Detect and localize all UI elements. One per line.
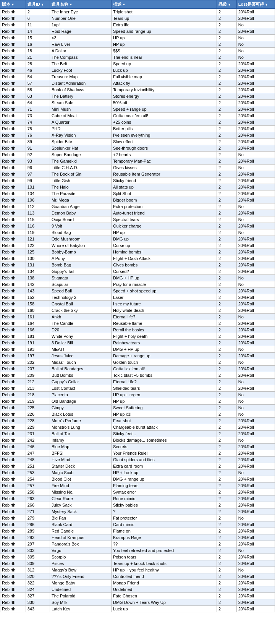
cell-75-3: Rune mimic bbox=[111, 496, 217, 502]
cell-86-3: HP up + you feel healthy bbox=[111, 567, 217, 573]
table-row: Rebirth286Blank CardCard mimic220%Roll bbox=[0, 521, 275, 528]
cell-80-5: 20%Roll bbox=[236, 528, 275, 534]
cell-42-5: No bbox=[236, 281, 275, 288]
cell-58-1: 213 bbox=[26, 385, 50, 392]
cell-2-4: 2 bbox=[217, 22, 236, 28]
table-row: Rebirth247BFFS!Your Friends Rule!220%Rol… bbox=[0, 450, 275, 457]
cell-47-5: No bbox=[236, 314, 275, 320]
column-header-3[interactable]: 描述▼ bbox=[111, 0, 217, 9]
table-row: Rebirth263Clear RuneRune mimic220%Roll bbox=[0, 496, 275, 502]
table-row: Rebirth258Missing No.Syntax error220%Rol… bbox=[0, 489, 275, 496]
table-row: Rebirth57Distant AdmirationAttack fly220… bbox=[0, 80, 275, 87]
cell-63-0: Rebirth bbox=[0, 418, 26, 424]
cell-58-5: 20%Roll bbox=[236, 385, 275, 392]
cell-3-5: 20%Roll bbox=[236, 28, 275, 35]
cell-66-5: No bbox=[236, 437, 275, 444]
table-row: Rebirth143Speed BallSpeed + shot speed u… bbox=[0, 288, 275, 294]
cell-35-3: DMG up bbox=[111, 236, 217, 242]
table-row: Rebirth271Mystery Sack?220%Roll bbox=[0, 508, 275, 515]
cell-30-4: 2 bbox=[217, 203, 236, 210]
column-header-2[interactable]: 道具名称▼ bbox=[50, 0, 111, 9]
cell-10-0: Rebirth bbox=[0, 74, 26, 80]
cell-83-1: 303 bbox=[26, 547, 50, 554]
cell-55-1: 207 bbox=[26, 366, 50, 372]
cell-86-1: 312 bbox=[26, 567, 50, 573]
cell-3-3: Speed and range up bbox=[111, 28, 217, 35]
cell-90-4: 2 bbox=[217, 593, 236, 599]
cell-14-3: 50% off bbox=[111, 100, 217, 106]
cell-29-3: Bigger boom bbox=[111, 197, 217, 203]
cell-87-1: 320 bbox=[26, 573, 50, 580]
cell-86-4: 2 bbox=[217, 567, 236, 573]
table-row: Rebirth125Bobby-BombHoming bombs!220%Rol… bbox=[0, 249, 275, 255]
cell-60-0: Rebirth bbox=[0, 398, 26, 405]
cell-73-2: Fire Mind bbox=[50, 483, 111, 489]
cell-67-4: 2 bbox=[217, 444, 236, 450]
column-header-0[interactable]: 版本▼ bbox=[0, 0, 26, 9]
cell-73-1: 257 bbox=[26, 483, 50, 489]
column-header-5[interactable]: Lost是否可得▼ bbox=[236, 0, 275, 9]
table-row: Rebirth2The Inner EyeTriple shot220%Roll bbox=[0, 9, 275, 15]
cell-58-0: Rebirth bbox=[0, 385, 26, 392]
cell-79-2: Blank Card bbox=[50, 521, 111, 528]
cell-59-1: 218 bbox=[26, 392, 50, 398]
cell-10-2: Treasure Map bbox=[50, 74, 111, 80]
cell-15-5: 20%Roll bbox=[236, 106, 275, 113]
cell-87-3: Controlled friend bbox=[111, 573, 217, 580]
cell-34-4: 2 bbox=[217, 229, 236, 236]
cell-46-2: Crack the Sky bbox=[50, 307, 111, 314]
cell-52-2: MEAT! bbox=[50, 346, 111, 353]
cell-81-3: Krampus Rage bbox=[111, 534, 217, 541]
cell-34-0: Rebirth bbox=[0, 229, 26, 236]
cell-37-1: 125 bbox=[26, 249, 50, 255]
cell-6-3: $$$ bbox=[111, 48, 217, 54]
cell-84-0: Rebirth bbox=[0, 554, 26, 560]
column-header-1[interactable]: 道具ID▼ bbox=[26, 0, 50, 9]
cell-22-4: 2 bbox=[217, 152, 236, 158]
cell-72-1: 254 bbox=[26, 476, 50, 483]
cell-2-5: No bbox=[236, 22, 275, 28]
cell-89-1: 324 bbox=[26, 586, 50, 593]
cell-48-3: Reusable flame bbox=[111, 320, 217, 327]
column-header-4[interactable]: 品质▼ bbox=[217, 0, 236, 9]
table-row: Rebirth73Cube of MeatGotta meat 'em all!… bbox=[0, 113, 275, 119]
cell-53-1: 197 bbox=[26, 353, 50, 359]
cell-92-2: Latch Key bbox=[50, 606, 111, 612]
cell-11-5: 20%Roll bbox=[236, 80, 275, 87]
cell-59-0: Rebirth bbox=[0, 392, 26, 398]
cell-68-0: Rebirth bbox=[0, 450, 26, 457]
cell-17-2: A Quarter bbox=[50, 119, 111, 126]
cell-18-0: Rebirth bbox=[0, 126, 26, 132]
cell-25-4: 2 bbox=[217, 171, 236, 178]
cell-32-4: 2 bbox=[217, 216, 236, 223]
cell-0-3: Triple shot bbox=[111, 9, 217, 15]
cell-89-2: Undefined bbox=[50, 586, 111, 593]
cell-21-1: 91 bbox=[26, 145, 50, 152]
cell-54-5: No bbox=[236, 359, 275, 366]
cell-5-4: 2 bbox=[217, 41, 236, 48]
cell-69-5: 20%Roll bbox=[236, 457, 275, 463]
table-row: Rebirth322Mongo BabyMongo Friend220%Roll bbox=[0, 580, 275, 586]
cell-89-4: 2 bbox=[217, 586, 236, 593]
cell-9-5: 20%Roll bbox=[236, 67, 275, 74]
cell-46-4: 2 bbox=[217, 307, 236, 314]
cell-61-4: 2 bbox=[217, 405, 236, 411]
cell-80-3: Flame on bbox=[111, 528, 217, 534]
cell-32-1: 115 bbox=[26, 216, 50, 223]
table-row: Rebirth228Mom's PerfumeFear shot220%Roll bbox=[0, 418, 275, 424]
cell-39-0: Rebirth bbox=[0, 262, 26, 268]
cell-90-5: 20%Roll bbox=[236, 593, 275, 599]
cell-50-3: Flight + holy death bbox=[111, 333, 217, 340]
table-row: Rebirth104The ParasiteSplit Shot220%Roll bbox=[0, 190, 275, 197]
cell-49-3: Reroll the basics bbox=[111, 327, 217, 333]
cell-67-0: Rebirth bbox=[0, 444, 26, 450]
cell-65-4: 2 bbox=[217, 431, 236, 437]
cell-30-1: 112 bbox=[26, 203, 50, 210]
table-row: Rebirth219Old BandageHP up2No bbox=[0, 398, 275, 405]
cell-53-0: Rebirth bbox=[0, 353, 26, 359]
cell-24-5: No bbox=[236, 165, 275, 171]
cell-42-0: Rebirth bbox=[0, 281, 26, 288]
cell-81-5: 20%Roll bbox=[236, 534, 275, 541]
cell-6-1: 18 bbox=[26, 48, 50, 54]
cell-40-5: 20%Roll bbox=[236, 268, 275, 275]
